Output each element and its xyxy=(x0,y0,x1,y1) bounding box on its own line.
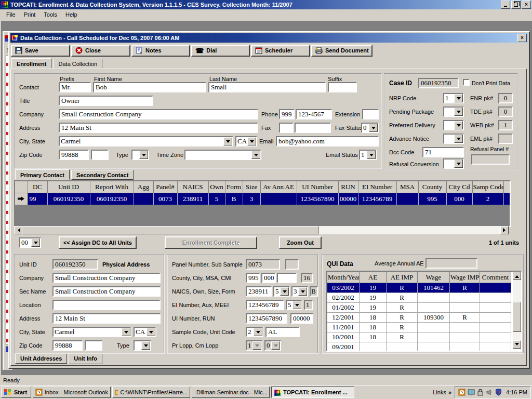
prefix-field[interactable]: Mr. xyxy=(59,82,91,92)
scroll-up-icon[interactable] xyxy=(513,272,521,280)
col-header[interactable]: Sa xyxy=(503,181,511,193)
county-field[interactable]: 995 xyxy=(246,273,260,283)
volume-icon[interactable] xyxy=(486,389,493,396)
phone-number-field[interactable]: 123-4567 xyxy=(296,109,332,119)
dc-combo[interactable]: 00 xyxy=(19,237,41,248)
send-document-button[interactable]: Send Document xyxy=(311,45,373,57)
state-combo[interactable]: CA xyxy=(235,136,257,147)
notes-button[interactable]: Notes xyxy=(131,45,190,57)
col-header[interactable]: Form xyxy=(225,181,243,193)
start-button[interactable]: Start xyxy=(1,387,31,398)
tab-enrollment[interactable]: Enrollment xyxy=(11,58,51,69)
unit-code-field[interactable]: AL xyxy=(265,327,300,337)
assign-dc-button[interactable]: << Assign DC to All Units xyxy=(59,236,137,249)
col-header[interactable]: NAICS xyxy=(177,181,208,193)
scroll-left-icon[interactable] xyxy=(14,226,22,234)
zoom-out-button[interactable]: Zoom Out xyxy=(279,236,322,249)
scroll-right-icon[interactable] xyxy=(500,226,509,234)
fax-number-field[interactable] xyxy=(295,123,331,133)
zip4-field[interactable] xyxy=(91,150,109,160)
company-field[interactable]: Small Construction Company xyxy=(59,109,258,119)
col-header[interactable]: MSA xyxy=(396,181,418,193)
nrp-code-combo[interactable]: 1 xyxy=(443,93,464,103)
unit-row[interactable]: 99 060192350 060192350 0073 238911 5 B 3… xyxy=(15,193,511,205)
zip-field[interactable]: 99888 xyxy=(59,150,89,160)
chevron-down-icon[interactable] xyxy=(247,137,256,145)
msa-field[interactable] xyxy=(277,273,297,283)
task-explorer[interactable]: C:\WINNT\Profiles\Harre... xyxy=(112,387,190,398)
type-combo[interactable] xyxy=(131,150,149,160)
links-chevron-icon[interactable]: » xyxy=(448,389,451,395)
tab-unit-addresses[interactable]: Unit Addresses xyxy=(15,354,67,364)
sec-name-field[interactable]: Small Construction Company xyxy=(52,286,161,297)
unit-city-combo[interactable]: Carmel xyxy=(52,327,131,337)
city-combo[interactable]: Carmel xyxy=(59,136,233,147)
advance-notice-combo[interactable] xyxy=(443,134,464,144)
phone-area-field[interactable]: 999 xyxy=(279,109,295,119)
qui-row[interactable]: 01/200219 R xyxy=(327,303,511,313)
city-cd-field[interactable]: 000 xyxy=(261,273,276,283)
fax-status-combo[interactable]: 0 xyxy=(361,123,379,133)
minimize-button[interactable] xyxy=(501,1,510,9)
col-header[interactable]: Samp Code xyxy=(472,181,503,193)
scroll-thumb[interactable] xyxy=(513,302,521,332)
dial-button[interactable]: ☎ Dial xyxy=(191,45,250,57)
col-header[interactable]: Size xyxy=(243,181,260,193)
task-outlook[interactable]: Inbox - Microsoft Outlook xyxy=(33,387,111,398)
run-field[interactable]: 00000 xyxy=(290,313,313,324)
pending-package-combo[interactable] xyxy=(443,107,464,117)
email-status-combo[interactable]: 1 xyxy=(359,150,377,160)
qui-row[interactable]: 11/200118 R xyxy=(327,323,511,332)
col-header[interactable]: UI Number xyxy=(297,181,338,193)
reminder-clock-icon[interactable] xyxy=(458,389,466,396)
dialog-close-button[interactable]: × xyxy=(517,34,527,42)
chevron-down-icon[interactable] xyxy=(454,135,463,143)
task-word[interactable]: W Dillman Seminar.doc - Mic... xyxy=(192,387,270,398)
email-field[interactable]: bob@yahoo.com xyxy=(276,136,379,147)
chevron-down-icon[interactable] xyxy=(141,341,150,350)
display-icon[interactable] xyxy=(468,389,475,396)
units-grid-hscrollbar[interactable] xyxy=(14,226,509,234)
links-toolbar[interactable]: Links xyxy=(433,389,446,395)
chevron-down-icon[interactable] xyxy=(251,151,260,159)
col-header[interactable]: Av Ann AE xyxy=(260,181,297,193)
chevron-down-icon[interactable] xyxy=(367,151,376,159)
tab-data-collection[interactable]: Data Collection xyxy=(54,59,103,69)
col-header[interactable]: City Cd xyxy=(446,181,472,193)
location-field[interactable] xyxy=(52,300,161,310)
col-header[interactable]: Unit ID xyxy=(47,181,90,193)
col-header[interactable]: Own xyxy=(208,181,225,193)
extension-field[interactable] xyxy=(362,109,379,119)
qui-row[interactable]: 12/200118 R109300 R xyxy=(327,313,511,323)
qui-row[interactable]: 10/200118 R xyxy=(327,332,511,342)
chevron-down-icon[interactable] xyxy=(280,287,289,296)
unit-type-combo[interactable] xyxy=(134,340,151,351)
ei-number-field[interactable]: 123456789 xyxy=(246,300,284,310)
antivirus-shield-icon[interactable]: V xyxy=(495,389,502,396)
unit-company-field[interactable]: Small Construction Company xyxy=(52,273,161,283)
unit-state-combo[interactable]: CA xyxy=(134,327,156,337)
chevron-down-icon[interactable] xyxy=(122,328,130,336)
tab-primary-contact[interactable]: Primary Contact xyxy=(15,169,70,180)
title-field[interactable]: Owner xyxy=(59,96,153,106)
col-header[interactable]: Panel# xyxy=(153,181,177,193)
chevron-down-icon[interactable] xyxy=(369,124,378,132)
qui-row[interactable]: 03/200219 R101462 R xyxy=(327,283,511,293)
menu-file[interactable]: File xyxy=(2,10,20,19)
first-name-field[interactable]: Bob xyxy=(93,82,206,92)
col-header[interactable]: Report With xyxy=(90,181,134,193)
unit-zip4-field[interactable] xyxy=(85,340,102,351)
qui-row[interactable]: 02/200219 R xyxy=(327,293,511,303)
naics-field[interactable]: 238911 xyxy=(246,286,272,297)
dcc-code-field[interactable]: 71 xyxy=(422,147,464,157)
col-header[interactable]: County xyxy=(418,181,446,193)
aux-combo[interactable]: 5 xyxy=(286,300,302,310)
chevron-down-icon[interactable] xyxy=(254,328,262,336)
size-combo[interactable]: 3 xyxy=(291,286,308,297)
task-topcati[interactable]: TOPCATI: Enrollment ... xyxy=(271,387,354,398)
chevron-down-icon[interactable] xyxy=(292,301,301,309)
dont-print-checkbox[interactable] xyxy=(463,79,470,86)
chevron-down-icon[interactable] xyxy=(139,151,148,159)
scroll-thumb[interactable] xyxy=(22,226,318,234)
time-zone-combo[interactable] xyxy=(184,150,261,160)
